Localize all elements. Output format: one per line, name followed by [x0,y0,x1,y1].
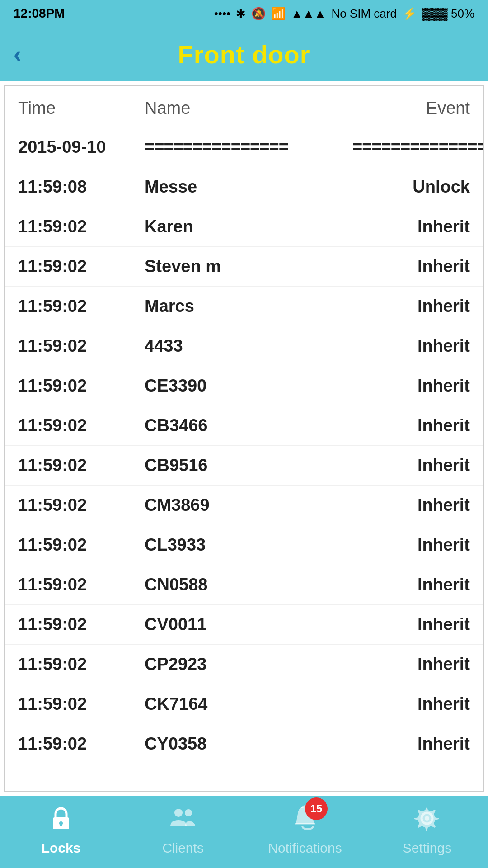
table-row: 11:59:02CB9516Inherit [5,446,483,486]
cell-event: =============== [352,137,470,157]
cell-time: 11:59:02 [18,336,145,356]
table-row: 11:59:024433Inherit [5,326,483,366]
cell-event: Inherit [352,416,470,435]
nav-item-locks[interactable]: Locks [11,804,111,856]
sim-text: No SIM card [331,7,397,21]
signal-dots: •••• [214,7,230,21]
cell-name: Marcs [145,297,352,316]
svg-point-3 [174,809,183,817]
table-row: 11:59:02CP2923Inherit [5,645,483,684]
table-row: 11:59:02CY0358Inherit [5,724,483,764]
header: ‹ Front door [0,27,488,81]
cell-time: 11:59:02 [18,575,145,594]
cell-name: CE3390 [145,376,352,396]
cell-name: Steven m [145,257,352,276]
cell-event: Inherit [352,734,470,754]
cell-event: Inherit [352,217,470,236]
table-body: 2015-09-10==============================… [5,127,483,764]
page-title: Front door [178,40,310,69]
cell-event: Inherit [352,257,470,276]
cell-name: CY0358 [145,734,352,754]
cell-time: 11:59:02 [18,694,145,714]
cell-name: CL3933 [145,535,352,555]
cell-name: 4433 [145,336,352,356]
nav-item-notifications[interactable]: 15 Notifications [255,804,355,856]
cell-time: 11:59:08 [18,177,145,197]
cell-name: =============== [145,137,352,157]
cell-time: 11:59:02 [18,217,145,236]
cell-event: Unlock [352,177,470,197]
bluetooth-icon: ✱ [236,7,246,21]
svg-rect-2 [60,823,62,826]
clients-icon [169,804,197,837]
cell-event: Inherit [352,694,470,714]
bottom-nav: Locks Clients 15 Notificat [0,796,488,868]
table-row: 11:59:02CN0588Inherit [5,565,483,605]
cell-time: 11:59:02 [18,257,145,276]
cell-event: Inherit [352,336,470,356]
status-bar: 12:08PM •••• ✱ 🔕 📶 ▲▲▲ No SIM card ⚡ ▓▓▓… [0,0,488,27]
cell-time: 2015-09-10 [18,137,145,157]
cell-time: 11:59:02 [18,495,145,515]
event-log-table: Time Name Event 2015-09-10==============… [4,85,484,792]
mute-icon: 🔕 [251,7,266,21]
cell-event: Inherit [352,456,470,475]
col-event: Event [352,99,470,118]
network-icon: ▲▲▲ [291,7,326,21]
status-time: 12:08PM [14,6,65,21]
nav-label-locks: Locks [42,840,81,856]
cell-event: Inherit [352,575,470,594]
cell-name: CK7164 [145,694,352,714]
cell-time: 11:59:02 [18,456,145,475]
table-row: 2015-09-10============================== [5,127,483,167]
cell-time: 11:59:02 [18,416,145,435]
cell-event: Inherit [352,535,470,555]
cell-event: Inherit [352,495,470,515]
table-header-row: Time Name Event [5,86,483,127]
cell-name: CV0011 [145,615,352,634]
charge-icon: ⚡ [402,7,417,21]
cell-time: 11:59:02 [18,297,145,316]
cell-name: Messe [145,177,352,197]
col-name: Name [145,99,352,118]
notification-badge: 15 [305,797,328,820]
cell-time: 11:59:02 [18,535,145,555]
status-icons: •••• ✱ 🔕 📶 ▲▲▲ No SIM card ⚡ ▓▓▓ 50% [214,7,474,21]
cell-event: Inherit [352,655,470,674]
table-row: 11:59:02CE3390Inherit [5,366,483,406]
table-row: 11:59:02CM3869Inherit [5,486,483,525]
cell-name: CP2923 [145,655,352,674]
cell-time: 11:59:02 [18,734,145,754]
cell-name: CB3466 [145,416,352,435]
notification-wrapper: 15 [291,804,319,837]
wifi-icon: 📶 [271,7,286,21]
cell-name: Karen [145,217,352,236]
table-row: 11:59:02MarcsInherit [5,287,483,326]
back-button[interactable]: ‹ [14,42,21,66]
cell-event: Inherit [352,376,470,396]
cell-time: 11:59:02 [18,655,145,674]
nav-label-clients: Clients [162,840,204,856]
lock-icon [47,804,75,837]
settings-icon [413,804,441,837]
nav-label-notifications: Notifications [268,840,342,856]
col-time: Time [18,99,145,118]
table-row: 11:59:02CB3466Inherit [5,406,483,446]
table-row: 11:59:02CL3933Inherit [5,525,483,565]
cell-time: 11:59:02 [18,376,145,396]
table-row: 11:59:08MesseUnlock [5,167,483,207]
cell-time: 11:59:02 [18,615,145,634]
cell-event: Inherit [352,297,470,316]
cell-name: CB9516 [145,456,352,475]
table-row: 11:59:02CV0011Inherit [5,605,483,645]
nav-item-clients[interactable]: Clients [133,804,233,856]
table-row: 11:59:02Steven mInherit [5,247,483,287]
battery-icon: ▓▓▓ 50% [422,7,474,21]
cell-name: CM3869 [145,495,352,515]
table-row: 11:59:02KarenInherit [5,207,483,247]
nav-item-settings[interactable]: Settings [377,804,477,856]
table-row: 11:59:02CK7164Inherit [5,684,483,724]
cell-event: Inherit [352,615,470,634]
nav-label-settings: Settings [403,840,451,856]
cell-name: CN0588 [145,575,352,594]
